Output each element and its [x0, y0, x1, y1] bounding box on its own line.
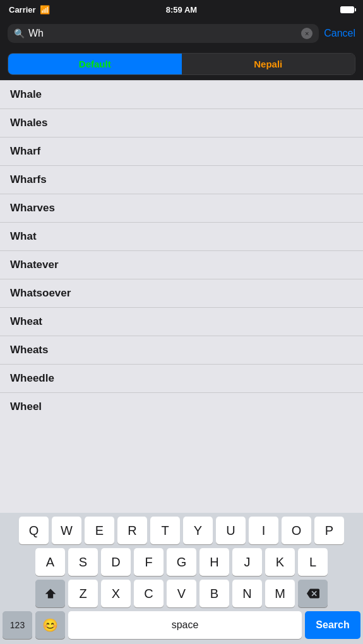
key-u[interactable]: U — [216, 517, 246, 544]
results-list: WhaleWhalesWharfWharfsWharvesWhatWhateve… — [0, 80, 363, 421]
search-input[interactable] — [28, 28, 297, 39]
key-y[interactable]: Y — [183, 517, 213, 544]
cancel-button[interactable]: Cancel — [324, 28, 355, 39]
key-c[interactable]: C — [134, 580, 164, 607]
key-v[interactable]: V — [167, 580, 196, 607]
clear-button[interactable]: × — [301, 28, 312, 39]
key-k[interactable]: K — [265, 548, 295, 576]
keyboard-row-3: ZXCVBNM — [0, 576, 363, 607]
key-a[interactable]: A — [35, 548, 65, 576]
key-numbers[interactable]: 123 — [3, 611, 32, 639]
list-item[interactable]: Wharves — [0, 194, 363, 223]
status-bar: Carrier 📶 8:59 AM — [0, 0, 363, 19]
wifi-icon: 📶 — [40, 5, 50, 15]
key-t[interactable]: T — [150, 517, 180, 544]
key-w[interactable]: W — [52, 517, 81, 544]
keyboard-row-2: ASDFGHJKL — [0, 544, 363, 576]
key-r[interactable]: R — [117, 517, 147, 544]
list-item[interactable]: Whatsoever — [0, 279, 363, 308]
key-o[interactable]: O — [282, 517, 311, 544]
list-item[interactable]: Whatever — [0, 251, 363, 279]
key-space[interactable]: space — [68, 611, 302, 639]
battery-icon — [340, 6, 354, 13]
key-g[interactable]: G — [167, 548, 196, 576]
segment-wrapper: Default Nepali — [8, 53, 355, 75]
segment-nepali[interactable]: Nepali — [182, 54, 355, 74]
segment-default[interactable]: Default — [8, 54, 182, 74]
list-item[interactable]: Whales — [0, 109, 363, 138]
key-q[interactable]: Q — [19, 517, 49, 544]
keyboard: QWERTYUIOP ASDFGHJKL ZXCVBNM 123😊spaceSe… — [0, 513, 363, 644]
key-search[interactable]: Search — [305, 611, 360, 639]
list-item[interactable]: Wharf — [0, 138, 363, 166]
key-z[interactable]: Z — [68, 580, 98, 607]
key-l[interactable]: L — [298, 548, 328, 576]
key-j[interactable]: J — [232, 548, 262, 576]
key-m[interactable]: M — [265, 580, 295, 607]
key-d[interactable]: D — [101, 548, 131, 576]
key-b[interactable]: B — [199, 580, 229, 607]
search-icon: 🔍 — [14, 28, 25, 38]
key-n[interactable]: N — [232, 580, 262, 607]
key-p[interactable]: P — [314, 517, 344, 544]
list-item-partial[interactable]: Wheel — [0, 393, 363, 421]
time-label: 8:59 AM — [166, 5, 197, 15]
key-h[interactable]: H — [199, 548, 229, 576]
key-e[interactable]: E — [85, 517, 114, 544]
list-item[interactable]: Wheats — [0, 336, 363, 365]
list-item[interactable]: Whale — [0, 80, 363, 109]
key-emoji[interactable]: 😊 — [35, 611, 65, 639]
list-item[interactable]: Wharfs — [0, 166, 363, 194]
keyboard-row-1: QWERTYUIOP — [0, 513, 363, 544]
carrier-label: Carrier — [9, 5, 36, 15]
keyboard-bottom-row: 123😊spaceSearch — [0, 607, 363, 644]
key-f[interactable]: F — [134, 548, 164, 576]
key-s[interactable]: S — [68, 548, 98, 576]
key-delete[interactable] — [298, 580, 328, 607]
list-item[interactable]: Wheedle — [0, 365, 363, 393]
segmented-control: Default Nepali — [0, 48, 363, 80]
list-item[interactable]: What — [0, 223, 363, 251]
search-bar: 🔍 × Cancel — [0, 19, 363, 48]
key-x[interactable]: X — [101, 580, 131, 607]
search-input-wrapper[interactable]: 🔍 × — [8, 24, 319, 43]
key-shift[interactable] — [35, 580, 65, 607]
list-item[interactable]: Wheat — [0, 308, 363, 336]
key-i[interactable]: I — [249, 517, 278, 544]
